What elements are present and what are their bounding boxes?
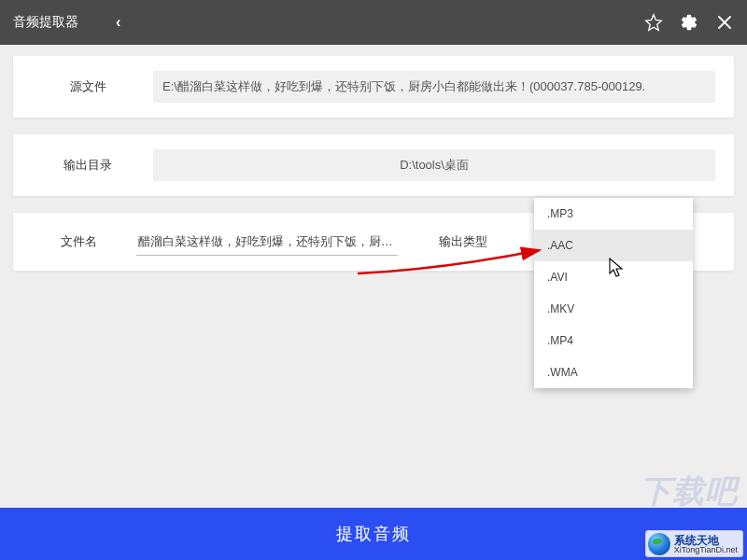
titlebar-left: 音频提取器 ‹: [13, 14, 120, 31]
back-button[interactable]: ‹: [116, 14, 120, 31]
dropdown-option[interactable]: .MP3: [534, 198, 693, 230]
gear-icon[interactable]: [680, 13, 698, 32]
watermark-text: 系统天地 XiTongTianDi.net: [674, 535, 738, 554]
globe-icon: [648, 533, 670, 555]
titlebar-right: [644, 13, 734, 32]
close-icon[interactable]: [715, 13, 734, 32]
source-file-row: 源文件 E:\醋溜白菜这样做，好吃到爆，还特别下饭，厨房小白都能做出来！(000…: [13, 56, 734, 118]
titlebar: 音频提取器 ‹: [0, 0, 747, 45]
extract-audio-button[interactable]: 提取音频: [0, 508, 747, 560]
dropdown-option[interactable]: .MKV: [534, 293, 693, 325]
filename-label: 文件名: [32, 233, 127, 250]
output-type-dropdown[interactable]: .MP3.AAC.AVI.MKV.MP4.WMA: [534, 198, 693, 388]
dropdown-option[interactable]: .AVI: [534, 261, 693, 293]
dropdown-option[interactable]: .MP4: [534, 325, 693, 357]
app-window: 音频提取器 ‹ 源文件 E:\醋溜白菜这样做，好吃到爆，还特别下饭，厨房小白都能…: [0, 0, 747, 560]
output-dir-row: 输出目录 D:\tools\桌面: [13, 134, 734, 196]
output-dir-label: 输出目录: [32, 157, 144, 174]
dropdown-option[interactable]: .AAC: [534, 230, 693, 261]
source-file-label: 源文件: [32, 78, 144, 95]
watermark-url: XiTongTianDi.net: [674, 546, 738, 554]
output-dir-field[interactable]: D:\tools\桌面: [153, 149, 715, 181]
site-watermark: 系统天地 XiTongTianDi.net: [645, 530, 743, 557]
filename-input[interactable]: [136, 228, 398, 256]
app-title: 音频提取器: [13, 14, 78, 31]
watermark-title: 系统天地: [674, 535, 738, 546]
dropdown-option[interactable]: .WMA: [534, 357, 693, 388]
star-icon[interactable]: [644, 13, 663, 32]
output-type-label: 输出类型: [416, 233, 510, 250]
source-file-field[interactable]: E:\醋溜白菜这样做，好吃到爆，还特别下饭，厨房小白都能做出来！(000037.…: [153, 71, 715, 103]
